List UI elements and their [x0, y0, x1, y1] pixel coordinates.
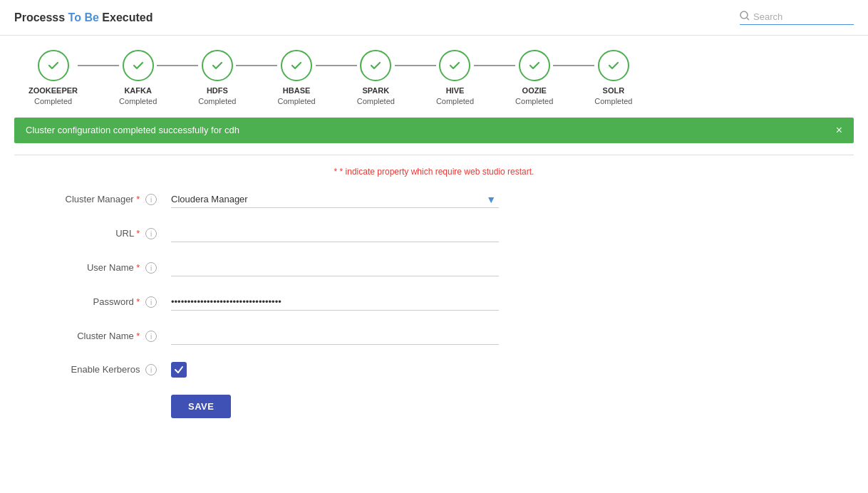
- step-name: SOLR: [594, 85, 632, 96]
- step-item-spark: SPARKCompleted: [357, 50, 395, 108]
- url-input[interactable]: https://impetus-i0319.impetus.co.in:7183: [171, 225, 499, 242]
- step-connector: [78, 65, 119, 66]
- cluster-manager-row: Cluster Manager * i Cloudera Manager Amb…: [14, 191, 854, 208]
- step-circle-hive: [439, 50, 470, 81]
- kerberos-label: Enable Kerberos i: [14, 364, 157, 376]
- svg-point-0: [740, 11, 748, 19]
- cluster-name-label: Cluster Name * i: [14, 331, 157, 343]
- username-row: User Name * i sax: [14, 259, 854, 276]
- banner-close-button[interactable]: ×: [836, 125, 842, 136]
- password-info-icon[interactable]: i: [145, 296, 157, 308]
- step-circle-kafka: [123, 50, 154, 81]
- step-item-hive: HIVECompleted: [436, 50, 474, 108]
- step-unit: HDFSCompleted: [198, 50, 277, 108]
- step-circle-hdfs: [202, 50, 233, 81]
- step-connector: [474, 65, 515, 66]
- steps-section: ZOOKEEPERCompletedKAFKACompletedHDFSComp…: [0, 36, 868, 115]
- step-connector: [236, 65, 277, 66]
- step-item-hdfs: HDFSCompleted: [198, 50, 236, 108]
- step-circle-hbase: [281, 50, 312, 81]
- cluster-manager-label: Cluster Manager * i: [14, 194, 157, 206]
- step-status: Completed: [436, 96, 474, 107]
- step-unit: HBASECompleted: [277, 50, 356, 108]
- form-section: * * indicate property which require web …: [0, 167, 868, 450]
- step-label-spark: SPARKCompleted: [357, 85, 395, 108]
- search-container: [740, 11, 854, 25]
- step-unit: OOZIECompleted: [515, 50, 594, 108]
- step-label-zookeeper: ZOOKEEPERCompleted: [29, 85, 78, 108]
- step-item-zookeeper: ZOOKEEPERCompleted: [29, 50, 78, 108]
- step-status: Completed: [198, 96, 236, 107]
- step-unit: ZOOKEEPERCompleted: [29, 50, 119, 108]
- step-connector: [157, 65, 198, 66]
- step-label-hdfs: HDFSCompleted: [198, 85, 236, 108]
- success-banner: Cluster configuration completed successf…: [14, 118, 854, 143]
- step-unit: SPARKCompleted: [357, 50, 436, 108]
- step-label-hbase: HBASECompleted: [277, 85, 315, 108]
- step-circle-spark: [360, 50, 391, 81]
- step-name: HBASE: [277, 85, 315, 96]
- step-status: Completed: [515, 96, 553, 107]
- step-connector: [395, 65, 436, 66]
- step-name: HIVE: [436, 85, 474, 96]
- username-label: User Name * i: [14, 262, 157, 274]
- step-label-kafka: KAFKACompleted: [119, 85, 157, 108]
- kerberos-checkbox[interactable]: [171, 362, 187, 378]
- section-divider: [14, 155, 854, 155]
- kerberos-row: Enable Kerberos i: [14, 362, 854, 378]
- banner-message: Cluster configuration completed successf…: [26, 125, 239, 135]
- url-row: URL * i https://impetus-i0319.impetus.co…: [14, 225, 854, 242]
- step-label-oozie: OOZIECompleted: [515, 85, 553, 108]
- step-item-hbase: HBASECompleted: [277, 50, 315, 108]
- cluster-manager-select[interactable]: Cloudera Manager Ambari: [171, 191, 499, 208]
- step-name: KAFKA: [119, 85, 157, 96]
- step-status: Completed: [119, 96, 157, 107]
- step-connector: [316, 65, 357, 66]
- save-row: SAVE: [171, 395, 854, 418]
- step-status: Completed: [29, 96, 78, 107]
- page-title: Processs To Be Executed: [14, 11, 153, 24]
- step-status: Completed: [357, 96, 395, 107]
- search-input[interactable]: [753, 11, 853, 22]
- step-label-solr: SOLRCompleted: [594, 85, 632, 108]
- step-item-kafka: KAFKACompleted: [119, 50, 157, 108]
- kerberos-info-icon[interactable]: i: [145, 364, 157, 375]
- header: Processs To Be Executed: [0, 0, 868, 36]
- step-unit: HIVECompleted: [436, 50, 515, 108]
- step-label-hive: HIVECompleted: [436, 85, 474, 108]
- cluster-name-input[interactable]: Cluster: [171, 328, 499, 345]
- step-connector: [553, 65, 594, 66]
- cluster-name-row: Cluster Name * i Cluster: [14, 328, 854, 345]
- password-input[interactable]: [171, 294, 499, 311]
- step-circle-oozie: [519, 50, 550, 81]
- username-info-icon[interactable]: i: [145, 262, 157, 274]
- step-item-oozie: OOZIECompleted: [515, 50, 553, 108]
- svg-line-1: [747, 18, 749, 20]
- username-input[interactable]: sax: [171, 259, 499, 276]
- password-label: Password * i: [14, 296, 157, 308]
- cluster-name-info-icon[interactable]: i: [145, 331, 157, 342]
- step-item-solr: SOLRCompleted: [594, 50, 632, 108]
- step-unit: SOLRCompleted: [594, 50, 632, 108]
- url-info-icon[interactable]: i: [145, 228, 157, 239]
- save-button[interactable]: SAVE: [171, 395, 231, 418]
- step-status: Completed: [594, 96, 632, 107]
- step-unit: KAFKACompleted: [119, 50, 198, 108]
- step-circle-solr: [598, 50, 629, 81]
- step-status: Completed: [277, 96, 315, 107]
- hint-text: * * indicate property which require web …: [14, 167, 854, 177]
- password-row: Password * i: [14, 294, 854, 311]
- step-circle-zookeeper: [38, 50, 69, 81]
- step-name: SPARK: [357, 85, 395, 96]
- step-name: OOZIE: [515, 85, 553, 96]
- url-label: URL * i: [14, 228, 157, 240]
- step-name: HDFS: [198, 85, 236, 96]
- search-icon: [740, 11, 750, 23]
- cluster-manager-select-wrap: Cloudera Manager Ambari ▼: [171, 191, 499, 208]
- step-name: ZOOKEEPER: [29, 85, 78, 96]
- cluster-manager-info-icon[interactable]: i: [145, 194, 157, 205]
